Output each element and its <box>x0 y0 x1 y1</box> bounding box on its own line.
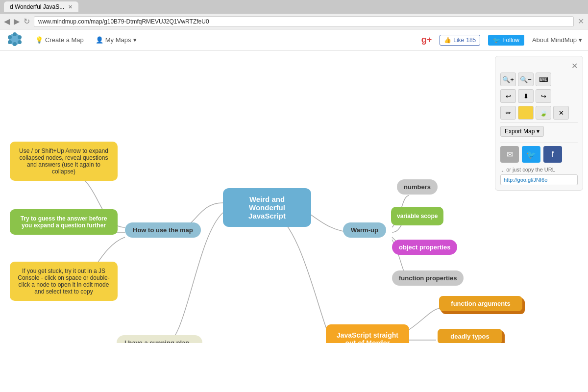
my-maps-label: My Maps <box>105 36 131 44</box>
node-object-properties[interactable]: object properties <box>392 240 457 255</box>
lightbulb-icon: 💡 <box>35 36 43 44</box>
zoom-in-icon: 🔍+ <box>502 76 514 83</box>
share-twitter-button[interactable]: 🐦 <box>522 146 540 163</box>
my-maps-button[interactable]: 👤 My Maps ▾ <box>96 36 137 44</box>
node-function-arguments-stack: function arguments <box>439 296 522 311</box>
panel-toolbar: 🔍+ 🔍− ⌨ <box>500 73 578 86</box>
node-note1[interactable]: Use / or Shift+Up Arrow to expand collap… <box>10 142 118 181</box>
logo <box>6 30 24 50</box>
node-cunning-plan[interactable]: I have a cunning plan... <box>117 335 202 343</box>
zoom-out-button[interactable]: 🔍− <box>518 73 534 86</box>
svg-point-2 <box>18 35 22 39</box>
tab-title: d Wonderful JavaS... <box>10 3 64 10</box>
zoom-in-button[interactable]: 🔍+ <box>500 73 516 86</box>
node-function-arguments[interactable]: function arguments <box>439 296 522 311</box>
node-note2[interactable]: Try to guess the answer before you expan… <box>10 209 118 235</box>
panel-toolbar-2: ↩ ⬇ ↪ <box>500 89 578 103</box>
panel-divider-2 <box>500 143 578 143</box>
forward-icon[interactable]: ▶ <box>14 17 20 26</box>
app-nav: 💡 Create a Map 👤 My Maps ▾ g+ 👍 Like 185… <box>0 29 588 51</box>
collapse-panel-icon[interactable]: ✕ <box>571 61 578 71</box>
refresh-icon[interactable]: ↻ <box>24 17 30 26</box>
about-dropdown-icon: ▾ <box>579 36 582 44</box>
node-deadly-typos-stack: deadly typos <box>438 329 502 343</box>
share-facebook-button[interactable]: f <box>543 146 562 163</box>
panel-divider-1 <box>500 122 578 123</box>
keyboard-icon: ⌨ <box>539 76 548 83</box>
svg-point-6 <box>8 35 12 39</box>
svg-point-4 <box>13 42 17 46</box>
like-label: Like <box>453 37 464 44</box>
export-map-button[interactable]: Export Map ▾ <box>500 126 544 137</box>
node-central[interactable]: Weird and Wonderful JavaScript <box>223 188 311 227</box>
twitter-bird-icon: 🐦 <box>493 37 500 44</box>
color-button[interactable] <box>518 106 534 120</box>
share-email-button[interactable]: ✉ <box>500 146 519 163</box>
svg-point-3 <box>18 40 22 44</box>
follow-button[interactable]: 🐦 Follow <box>488 35 524 46</box>
share-row: ✉ 🐦 f <box>500 146 578 163</box>
url-label: ... or just copy the URL <box>500 167 578 172</box>
zoom-out-icon: 🔍− <box>520 76 532 83</box>
mind-map-canvas: Use / or Shift+Up Arrow to expand collap… <box>0 51 588 343</box>
thumbs-up-icon: 👍 <box>444 37 451 44</box>
delete-button[interactable]: ✕ <box>553 106 569 120</box>
svg-point-5 <box>8 40 12 44</box>
about-label: About MindMup <box>532 36 577 44</box>
note-button[interactable]: 🍃 <box>536 106 551 120</box>
create-map-label: Create a Map <box>45 36 84 44</box>
panel-toolbar-3: ✏ 🍃 ✕ <box>500 106 578 120</box>
like-count: 185 <box>466 37 476 44</box>
dropdown-icon: ▾ <box>133 36 137 44</box>
url-input[interactable] <box>34 16 574 27</box>
share-url-input[interactable] <box>500 174 578 185</box>
download-button[interactable]: ⬇ <box>518 89 534 103</box>
follow-label: Follow <box>502 37 519 44</box>
node-numbers[interactable]: numbers <box>397 179 438 195</box>
browser-chrome: d Wonderful JavaS... ✕ ◀ ▶ ↻ ✕ <box>0 0 588 29</box>
keyboard-button[interactable]: ⌨ <box>536 73 551 86</box>
tab-bar: d Wonderful JavaS... ✕ <box>0 0 588 14</box>
svg-point-1 <box>13 32 17 36</box>
clear-url-icon[interactable]: ✕ <box>578 17 584 26</box>
google-plus-button[interactable]: g+ <box>421 35 432 45</box>
node-function-properties[interactable]: function properties <box>392 270 464 286</box>
node-deadly-typos[interactable]: deadly typos <box>438 329 502 343</box>
tab-close-button[interactable]: ✕ <box>68 4 73 10</box>
back-icon[interactable]: ◀ <box>4 17 10 26</box>
browser-tab[interactable]: d Wonderful JavaS... ✕ <box>4 1 78 12</box>
node-variable-scope[interactable]: variable scope <box>391 207 443 225</box>
undo-button[interactable]: ↩ <box>500 89 516 103</box>
create-map-button[interactable]: 💡 Create a Map <box>35 36 84 44</box>
about-mindmup-button[interactable]: About MindMup ▾ <box>532 36 582 44</box>
like-button[interactable]: 👍 Like 185 <box>440 35 480 46</box>
address-bar: ◀ ▶ ↻ ✕ <box>0 14 588 29</box>
node-note3[interactable]: If you get stuck, try it out in a JS Con… <box>10 262 118 301</box>
redo-button[interactable]: ↪ <box>536 89 551 103</box>
edit-button[interactable]: ✏ <box>500 106 516 120</box>
node-js-mordor[interactable]: JavaScript straight out of Mordor <box>326 324 409 343</box>
control-panel: ✕ 🔍+ 🔍− ⌨ ↩ ⬇ ↪ ✏ 🍃 ✕ Export Map ▾ <box>495 56 583 191</box>
person-icon: 👤 <box>96 36 103 44</box>
nav-right: g+ 👍 Like 185 🐦 Follow About MindMup ▾ <box>421 35 582 46</box>
node-warm-up[interactable]: Warm-up <box>343 222 386 238</box>
node-how-to-use[interactable]: How to use the map <box>125 222 201 238</box>
